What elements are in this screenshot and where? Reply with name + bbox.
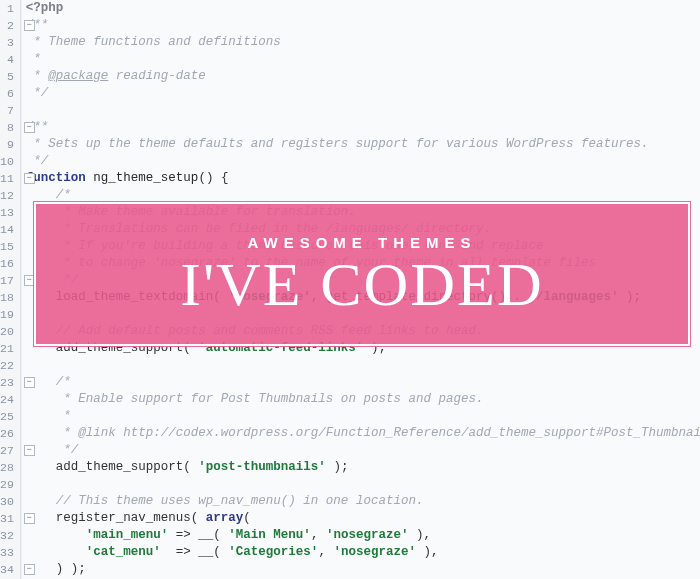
code-line: /**: [26, 119, 700, 136]
line-number: 12: [0, 187, 14, 204]
code-line: */: [26, 153, 700, 170]
line-number: 10: [0, 153, 14, 170]
line-number: 16: [0, 255, 14, 272]
line-number: 7: [0, 102, 14, 119]
code-line: * @link http://codex.wordpress.org/Funct…: [26, 425, 700, 442]
line-number: 17: [0, 272, 14, 289]
fold-toggle-icon[interactable]: −: [24, 122, 35, 133]
line-number: 21: [0, 340, 14, 357]
fold-column: −−−−−−−−: [21, 0, 22, 579]
code-line: [26, 476, 700, 493]
line-number: 28: [0, 459, 14, 476]
line-number: 29: [0, 476, 14, 493]
line-number: 26: [0, 425, 14, 442]
code-line: ) );: [26, 561, 700, 578]
fold-toggle-icon[interactable]: −: [24, 173, 35, 184]
code-line: 'main_menu' => __( 'Main Menu', 'nosegra…: [26, 527, 700, 544]
line-number: 20: [0, 323, 14, 340]
code-line: * @package reading-date: [26, 68, 700, 85]
code-line: *: [26, 51, 700, 68]
line-number: 13: [0, 204, 14, 221]
line-number: 5: [0, 68, 14, 85]
line-number: 32: [0, 527, 14, 544]
line-number: 8: [0, 119, 14, 136]
line-number: 33: [0, 544, 14, 561]
overlay-subtitle: AWESOME THEMES: [247, 234, 476, 251]
line-number: 4: [0, 51, 14, 68]
code-line: *: [26, 408, 700, 425]
code-line: * Enable support for Post Thumbnails on …: [26, 391, 700, 408]
code-line: /**: [26, 17, 700, 34]
line-number: 23: [0, 374, 14, 391]
code-line: function ng_theme_setup() {: [26, 170, 700, 187]
line-number: 34: [0, 561, 14, 578]
line-number: 2: [0, 17, 14, 34]
line-number-gutter: 1234567891011121314151617181920212223242…: [0, 0, 21, 579]
code-line: * Theme functions and definitions: [26, 34, 700, 51]
line-number: 30: [0, 493, 14, 510]
code-line: // This theme uses wp_nav_menu() in one …: [26, 493, 700, 510]
code-line: 'cat_menu' => __( 'Categories', 'nosegra…: [26, 544, 700, 561]
code-line: */: [26, 442, 700, 459]
promo-overlay: AWESOME THEMES I'VE CODED: [34, 202, 690, 346]
code-line: register_nav_menus( array(: [26, 510, 700, 527]
line-number: 9: [0, 136, 14, 153]
code-line: * Sets up the theme defaults and registe…: [26, 136, 700, 153]
line-number: 24: [0, 391, 14, 408]
line-number: 1: [0, 0, 14, 17]
code-line: */: [26, 85, 700, 102]
fold-toggle-icon[interactable]: −: [24, 445, 35, 456]
line-number: 6: [0, 85, 14, 102]
line-number: 27: [0, 442, 14, 459]
fold-toggle-icon[interactable]: −: [24, 20, 35, 31]
line-number: 11: [0, 170, 14, 187]
line-number: 22: [0, 357, 14, 374]
line-number: 3: [0, 34, 14, 51]
code-line: <?php: [26, 0, 700, 17]
overlay-title: I'VE CODED: [180, 253, 544, 315]
code-line: [26, 102, 700, 119]
line-number: 14: [0, 221, 14, 238]
line-number: 25: [0, 408, 14, 425]
line-number: 18: [0, 289, 14, 306]
line-number: 19: [0, 306, 14, 323]
code-line: add_theme_support( 'post-thumbnails' );: [26, 459, 700, 476]
fold-toggle-icon[interactable]: −: [24, 564, 35, 575]
code-line: /*: [26, 374, 700, 391]
code-line: [26, 357, 700, 374]
line-number: 31: [0, 510, 14, 527]
fold-toggle-icon[interactable]: −: [24, 377, 35, 388]
fold-toggle-icon[interactable]: −: [24, 513, 35, 524]
line-number: 15: [0, 238, 14, 255]
